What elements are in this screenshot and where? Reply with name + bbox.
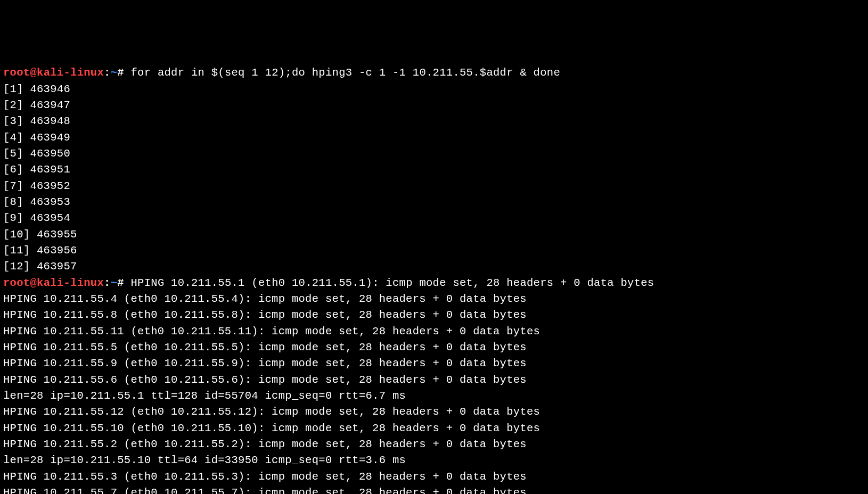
hping-output: HPING 10.211.55.2 (eth0 10.211.55.2): ic… xyxy=(3,437,865,452)
job-line: [2] 463947 xyxy=(3,97,865,113)
hping-output: HPING 10.211.55.8 (eth0 10.211.55.8): ic… xyxy=(3,307,865,323)
hping-output: HPING 10.211.55.5 (eth0 10.211.55.5): ic… xyxy=(3,340,865,356)
hping-output: HPING 10.211.55.3 (eth0 10.211.55.3): ic… xyxy=(3,469,865,485)
hping-reply: len=28 ip=10.211.55.1 ttl=128 id=55704 i… xyxy=(3,388,865,404)
job-line: [8] 463953 xyxy=(3,194,865,210)
hping-output: HPING 10.211.55.7 (eth0 10.211.55.7): ic… xyxy=(3,485,865,494)
job-line: [3] 463948 xyxy=(3,113,865,129)
prompt-at: @ xyxy=(30,67,37,79)
job-line: [10] 463955 xyxy=(3,227,865,243)
job-line: [4] 463949 xyxy=(3,130,865,146)
command-line-1: root@kali-linux:~# for addr in $(seq 1 1… xyxy=(3,65,865,81)
prompt-at: @ xyxy=(30,277,37,289)
command-line-2: root@kali-linux:~# HPING 10.211.55.1 (et… xyxy=(3,275,865,291)
prompt-user: root xyxy=(3,67,30,79)
prompt-user: root xyxy=(3,277,30,289)
prompt-tilde: ~ xyxy=(111,67,118,79)
prompt-hash: # xyxy=(117,67,124,79)
prompt-colon: : xyxy=(104,277,111,289)
job-line: [5] 463950 xyxy=(3,146,865,162)
prompt-host: kali-linux xyxy=(37,67,104,79)
hping-reply: len=28 ip=10.211.55.10 ttl=64 id=33950 i… xyxy=(3,452,865,468)
hping-output: HPING 10.211.55.6 (eth0 10.211.55.6): ic… xyxy=(3,372,865,388)
hping-output: HPING 10.211.55.1 (eth0 10.211.55.1): ic… xyxy=(124,277,654,289)
terminal-output[interactable]: root@kali-linux:~# for addr in $(seq 1 1… xyxy=(3,65,865,494)
hping-output: HPING 10.211.55.4 (eth0 10.211.55.4): ic… xyxy=(3,291,865,307)
prompt-colon: : xyxy=(104,67,111,79)
job-line: [11] 463956 xyxy=(3,243,865,259)
job-line: [6] 463951 xyxy=(3,162,865,178)
job-line: [1] 463946 xyxy=(3,81,865,97)
hping-output: HPING 10.211.55.12 (eth0 10.211.55.12): … xyxy=(3,404,865,420)
hping-output: HPING 10.211.55.11 (eth0 10.211.55.11): … xyxy=(3,324,865,340)
hping-output: HPING 10.211.55.10 (eth0 10.211.55.10): … xyxy=(3,421,865,437)
job-line: [7] 463952 xyxy=(3,178,865,194)
prompt-tilde: ~ xyxy=(111,277,118,289)
prompt-hash: # xyxy=(117,277,124,289)
hping-output: HPING 10.211.55.9 (eth0 10.211.55.9): ic… xyxy=(3,356,865,372)
command-text: for addr in $(seq 1 12);do hping3 -c 1 -… xyxy=(124,67,560,79)
prompt-host: kali-linux xyxy=(37,277,104,289)
job-line: [9] 463954 xyxy=(3,210,865,226)
job-line: [12] 463957 xyxy=(3,259,865,275)
